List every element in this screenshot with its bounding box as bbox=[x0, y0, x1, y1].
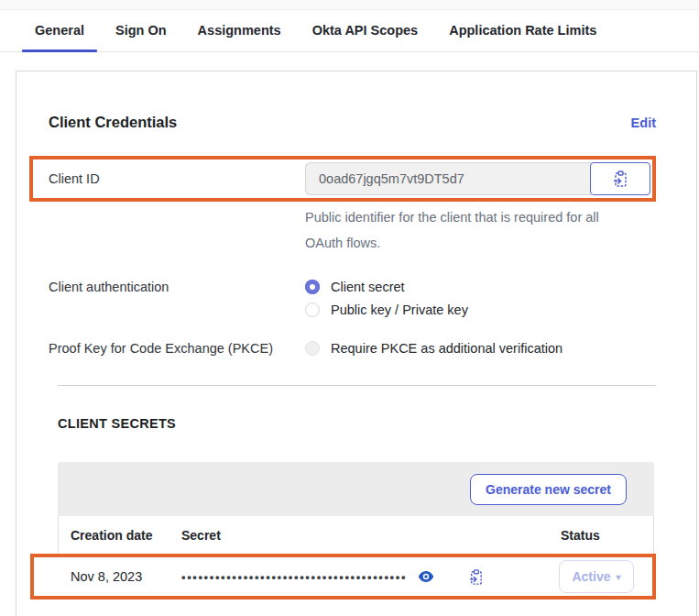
pkce-option-label: Require PKCE as additional verification bbox=[331, 341, 562, 356]
tab-general[interactable]: General bbox=[22, 23, 97, 51]
client-credentials-title: Client Credentials bbox=[49, 114, 177, 131]
pkce-checkbox-icon[interactable] bbox=[305, 341, 320, 356]
radio-public-key-label: Public key / Private key bbox=[331, 302, 468, 317]
radio-unselected-icon[interactable] bbox=[305, 302, 320, 317]
app-tab-bar: General Sign On Assignments Okta API Sco… bbox=[0, 10, 699, 52]
masked-secret-value: •••••••••••••••••••••••••••••••••••••••• bbox=[181, 570, 407, 584]
client-secrets-toolbar: Generate new secret bbox=[58, 462, 654, 516]
client-authentication-label: Client authentication bbox=[49, 280, 305, 317]
client-secrets-title: CLIENT SECRETS bbox=[58, 416, 656, 431]
page-top-strip bbox=[0, 0, 699, 10]
radio-option-public-private-key[interactable]: Public key / Private key bbox=[305, 302, 468, 317]
status-badge: Active bbox=[572, 569, 610, 584]
reveal-secret-button[interactable] bbox=[416, 568, 436, 585]
status-dropdown-button[interactable]: Active ▾ bbox=[559, 560, 634, 593]
pkce-label: Proof Key for Code Exchange (PKCE) bbox=[49, 341, 305, 356]
table-row: Nov 8, 2023 ••••••••••••••••••••••••••••… bbox=[34, 557, 652, 596]
copy-secret-button[interactable] bbox=[465, 566, 486, 588]
secret-creation-date: Nov 8, 2023 bbox=[71, 569, 181, 584]
generate-new-secret-button[interactable]: Generate new secret bbox=[470, 474, 627, 505]
client-authentication-row: Client authentication Client secret Publ… bbox=[49, 280, 656, 317]
secret-cell: •••••••••••••••••••••••••••••••••••••••• bbox=[181, 566, 559, 588]
tab-sign-on[interactable]: Sign On bbox=[103, 23, 180, 51]
radio-selected-icon[interactable] bbox=[305, 280, 320, 294]
client-id-help-text: Public identifier for the client that is… bbox=[305, 204, 635, 256]
chevron-down-icon: ▾ bbox=[617, 572, 621, 582]
section-divider bbox=[58, 385, 656, 386]
pkce-option[interactable]: Require PKCE as additional verification bbox=[305, 341, 562, 356]
edit-link[interactable]: Edit bbox=[631, 116, 656, 130]
client-id-highlight-box: Client ID bbox=[29, 156, 656, 202]
header-status: Status bbox=[561, 528, 634, 543]
secret-row-highlight-box: Nov 8, 2023 ••••••••••••••••••••••••••••… bbox=[30, 554, 656, 600]
radio-option-client-secret[interactable]: Client secret bbox=[305, 280, 468, 294]
header-creation-date: Creation date bbox=[71, 528, 181, 543]
radio-client-secret-label: Client secret bbox=[331, 280, 405, 294]
eye-icon bbox=[418, 570, 434, 583]
client-id-label: Client ID bbox=[49, 171, 305, 186]
clipboard-copy-icon bbox=[467, 568, 485, 586]
copy-client-id-button[interactable] bbox=[590, 162, 650, 195]
table-header-row: Creation date Secret Status bbox=[59, 516, 653, 554]
pkce-row: Proof Key for Code Exchange (PKCE) Requi… bbox=[49, 341, 656, 356]
tab-okta-api-scopes[interactable]: Okta API Scopes bbox=[300, 23, 431, 51]
client-credentials-header: Client Credentials Edit bbox=[49, 114, 656, 131]
general-settings-card: Client Credentials Edit Client ID bbox=[16, 71, 697, 616]
header-secret: Secret bbox=[181, 528, 561, 543]
client-secrets-table: Creation date Secret Status Nov 8, 2023 … bbox=[58, 516, 654, 600]
clipboard-copy-icon bbox=[611, 170, 629, 188]
tab-application-rate-limits[interactable]: Application Rate Limits bbox=[436, 23, 609, 51]
client-id-input[interactable] bbox=[305, 162, 591, 195]
tab-assignments[interactable]: Assignments bbox=[185, 23, 294, 51]
client-id-group bbox=[305, 162, 651, 195]
